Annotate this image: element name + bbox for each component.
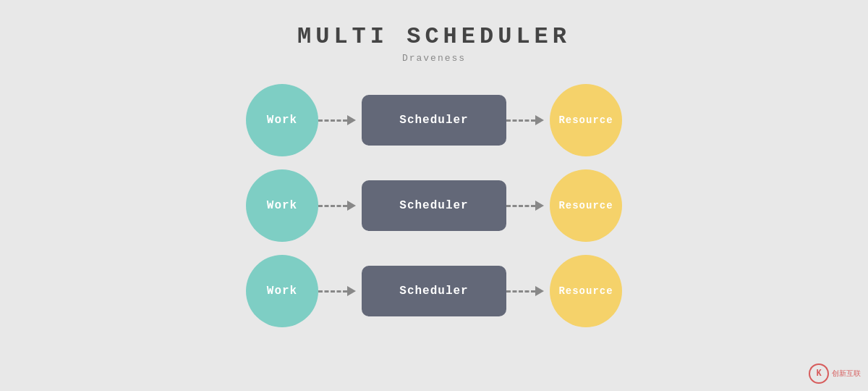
resource-label-2: Resource [558,200,613,211]
work-circle-3: Work [246,255,318,327]
scheduler-box-3: Scheduler [362,266,506,316]
arrow-head-3a [347,286,356,296]
scheduler-label-2: Scheduler [399,199,468,212]
arrow-head-2b [535,201,544,211]
work-label-2: Work [267,199,297,212]
arrow-1b [506,115,550,125]
diagram-row-1: Work Scheduler Resource [246,84,622,156]
dashed-line-3a [318,290,347,293]
dashed-line-1a [318,119,347,122]
work-label-3: Work [267,285,297,298]
arrow-head-2a [347,201,356,211]
scheduler-box-1: Scheduler [362,95,506,146]
diagram: Work Scheduler Resource Work Scheduler [0,78,868,327]
header: MULTI SCHEDULER Draveness [0,0,868,64]
arrow-3a [318,286,362,296]
arrow-2a [318,201,362,211]
dashed-line-2a [318,205,347,207]
resource-label-3: Resource [558,285,613,297]
scheduler-label-3: Scheduler [399,285,468,298]
watermark-icon: K [809,363,829,384]
work-label-1: Work [267,114,297,127]
dashed-line-1b [506,119,535,122]
arrow-1a [318,115,362,125]
resource-circle-1: Resource [550,84,622,156]
watermark-text: 创新互联 [832,369,861,378]
diagram-row-3: Work Scheduler Resource [246,255,622,327]
resource-label-1: Resource [558,114,613,126]
work-circle-2: Work [246,169,318,242]
work-circle-1: Work [246,84,318,156]
arrow-head-1b [535,115,544,125]
page-subtitle: Draveness [0,53,868,64]
dashed-line-2b [506,205,535,207]
scheduler-label-1: Scheduler [399,114,468,127]
arrow-head-1a [347,115,356,125]
watermark: K 创新互联 [809,363,861,384]
arrow-head-3b [535,286,544,296]
arrow-2b [506,201,550,211]
scheduler-box-2: Scheduler [362,180,506,231]
resource-circle-2: Resource [550,169,622,242]
dashed-line-3b [506,290,535,293]
page-title: MULTI SCHEDULER [0,23,868,50]
diagram-row-2: Work Scheduler Resource [246,169,622,242]
arrow-3b [506,286,550,296]
resource-circle-3: Resource [550,255,622,327]
